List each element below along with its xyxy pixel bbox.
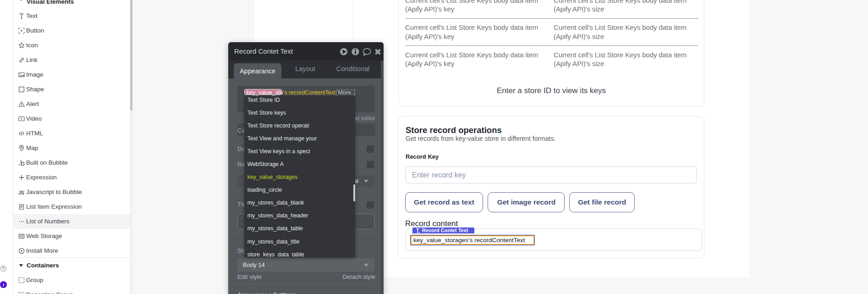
svg-text:JS: JS <box>18 190 24 195</box>
